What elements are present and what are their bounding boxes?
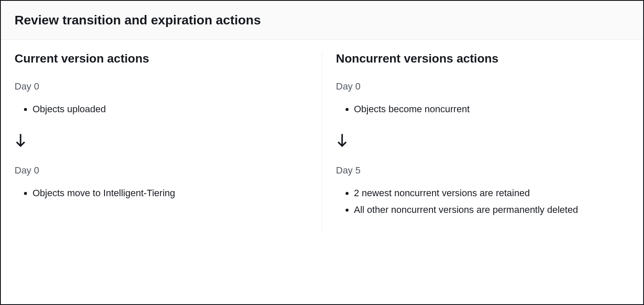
day-label: Day 5 [336,165,630,176]
current-version-title: Current version actions [15,52,308,66]
list-item: 2 newest noncurrent versions are retaine… [354,185,630,201]
noncurrent-step-0: Day 0 Objects become noncurrent [336,81,630,117]
panel-header: Review transition and expiration actions [1,1,643,40]
action-list: Objects become noncurrent [336,101,630,117]
panel-body: Current version actions Day 0 Objects up… [1,40,643,246]
arrow-down-icon [15,133,308,150]
list-item: Objects become noncurrent [354,101,630,117]
day-label: Day 0 [336,81,630,92]
list-item: Objects uploaded [33,101,308,117]
list-item: All other noncurrent versions are perman… [354,201,630,218]
current-version-column: Current version actions Day 0 Objects up… [1,52,322,234]
noncurrent-step-1: Day 5 2 newest noncurrent versions are r… [336,165,630,218]
action-list: Objects uploaded [15,101,308,117]
current-step-0: Day 0 Objects uploaded [15,81,308,117]
noncurrent-version-title: Noncurrent versions actions [336,52,630,66]
arrow-down-icon [336,133,630,150]
day-label: Day 0 [15,81,308,92]
current-step-1: Day 0 Objects move to Intelligent-Tierin… [15,165,308,201]
noncurrent-version-column: Noncurrent versions actions Day 0 Object… [322,52,644,234]
panel-title: Review transition and expiration actions [15,13,629,27]
review-panel: Review transition and expiration actions… [0,0,644,305]
action-list: 2 newest noncurrent versions are retaine… [336,185,630,218]
list-item: Objects move to Intelligent-Tiering [33,185,308,201]
action-list: Objects move to Intelligent-Tiering [15,185,308,201]
day-label: Day 0 [15,165,308,176]
